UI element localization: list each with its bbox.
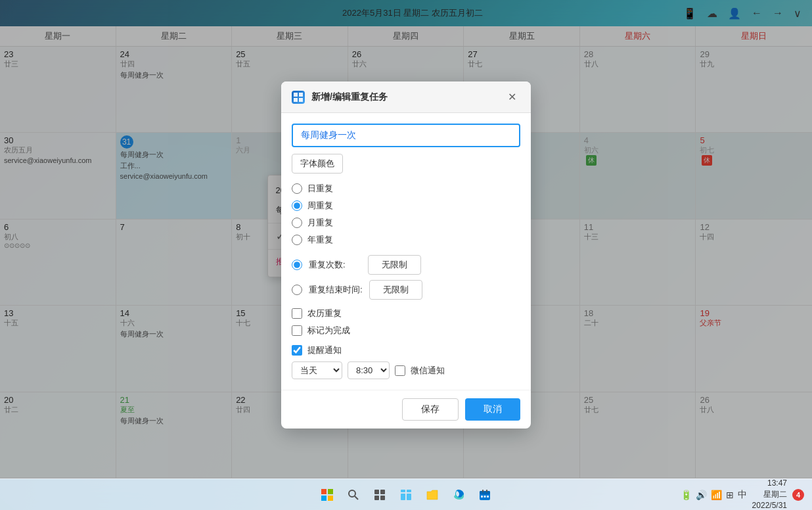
calendar-app-button[interactable]	[473, 483, 497, 507]
svg-rect-20	[482, 490, 484, 492]
reminder-controls-row: 当天 前一天 8:30 9:00 微信通知	[292, 361, 520, 379]
wechat-notify-checkbox[interactable]	[395, 365, 405, 376]
repeat-count-label: 重复次数:	[309, 259, 361, 271]
lunar-repeat-checkbox[interactable]	[292, 308, 302, 319]
lunar-repeat-row: 农历重复	[292, 308, 520, 319]
repeat-monthly-radio[interactable]	[292, 218, 302, 228]
svg-rect-22	[481, 496, 483, 498]
repeat-weekly-label: 周重复	[307, 200, 333, 212]
repeat-yearly-row: 年重复	[292, 234, 520, 246]
remind-day-select[interactable]: 当天 前一天	[292, 361, 342, 379]
svg-rect-17	[407, 494, 411, 500]
repeat-monthly-label: 月重复	[307, 217, 333, 229]
modal-title: 新增/编辑重复任务	[311, 91, 497, 103]
clock-time: 13:47	[752, 478, 787, 489]
wechat-label: 微信通知	[411, 365, 445, 377]
action-center-icon[interactable]: ⊞	[726, 490, 734, 500]
svg-rect-16	[401, 494, 405, 500]
modal-header: 新增/编辑重复任务 ✕	[281, 81, 531, 113]
notification-badge[interactable]: 4	[792, 489, 804, 501]
remind-time-select[interactable]: 8:30 9:00	[348, 361, 390, 379]
svg-rect-23	[484, 496, 486, 498]
task-name-input[interactable]	[292, 124, 520, 147]
svg-rect-5	[328, 489, 333, 494]
repeat-yearly-radio[interactable]	[292, 235, 302, 245]
widgets-button[interactable]	[394, 483, 418, 507]
repeat-weekly-radio[interactable]	[292, 200, 302, 211]
remind-checkbox[interactable]	[292, 345, 302, 356]
repeat-daily-row: 日重复	[292, 183, 520, 195]
modal-footer: 保存 取消	[281, 390, 531, 429]
ime-label[interactable]: 中	[738, 489, 747, 501]
start-button[interactable]	[315, 483, 339, 507]
svg-rect-14	[401, 490, 405, 492]
mark-complete-row: 标记为完成	[292, 325, 520, 336]
repeat-daily-label: 日重复	[307, 183, 333, 195]
modal-body: 字体颜色 日重复 周重复 月重复 年重复	[281, 113, 531, 390]
svg-rect-1	[299, 93, 303, 97]
modal-close-button[interactable]: ✕	[504, 89, 520, 104]
remind-label: 提醒通知	[307, 344, 342, 356]
repeat-end-row: 重复结束时间: 无限制	[292, 280, 520, 300]
repeat-daily-radio[interactable]	[292, 183, 302, 194]
repeat-count-row: 重复次数: 无限制	[292, 255, 520, 275]
svg-rect-7	[328, 496, 333, 501]
search-button[interactable]	[342, 483, 365, 507]
clock-date: 2022/5/31	[752, 500, 787, 510]
battery-icon: 🔋	[681, 490, 692, 500]
repeat-count-radio[interactable]	[292, 260, 302, 270]
taskbar: 🔋 🔊 📶 ⊞ 中 13:47 星期二 2022/5/31 4	[0, 478, 812, 510]
mark-complete-checkbox[interactable]	[292, 325, 302, 336]
taskbar-clock[interactable]: 13:47 星期二 2022/5/31	[752, 478, 787, 510]
svg-rect-10	[374, 490, 379, 494]
taskbar-center	[315, 483, 497, 507]
repeat-end-label: 重复结束时间:	[309, 284, 363, 296]
svg-rect-3	[299, 98, 303, 102]
save-button[interactable]: 保存	[402, 398, 459, 421]
modal-dialog: 新增/编辑重复任务 ✕ 字体颜色 日重复 周重复	[281, 81, 531, 429]
svg-rect-19	[480, 491, 490, 494]
svg-rect-13	[380, 496, 385, 500]
svg-rect-2	[294, 98, 298, 102]
cancel-button[interactable]: 取消	[465, 398, 520, 421]
lunar-repeat-label: 农历重复	[307, 308, 342, 319]
svg-rect-6	[321, 496, 327, 501]
repeat-count-button[interactable]: 无限制	[368, 255, 421, 275]
svg-rect-24	[487, 496, 489, 498]
clock-weekday: 星期二	[752, 489, 787, 500]
checkbox-section: 农历重复 标记为完成 提醒通知 当天 前一天	[292, 308, 520, 379]
taskbar-right: 🔋 🔊 📶 ⊞ 中 13:47 星期二 2022/5/31 4	[681, 478, 804, 510]
reminder-section: 提醒通知 当天 前一天 8:30 9:00 微信通知	[292, 344, 520, 379]
repeat-end-radio[interactable]	[292, 285, 302, 295]
svg-rect-11	[380, 490, 385, 494]
mark-complete-label: 标记为完成	[307, 325, 350, 336]
modal-overlay: 新增/编辑重复任务 ✕ 字体颜色 日重复 周重复	[0, 0, 812, 510]
svg-rect-21	[486, 490, 487, 492]
network-icon[interactable]: 📶	[711, 490, 722, 500]
remind-row: 提醒通知	[292, 344, 520, 356]
repeat-end-button[interactable]: 无限制	[369, 280, 422, 300]
svg-point-8	[349, 490, 355, 497]
edge-button[interactable]	[447, 483, 470, 507]
task-view-button[interactable]	[368, 483, 392, 507]
files-button[interactable]	[420, 483, 444, 507]
svg-line-9	[355, 496, 358, 499]
repeat-monthly-row: 月重复	[292, 217, 520, 229]
sys-tray: 🔋 🔊 📶 ⊞ 中	[681, 489, 747, 501]
svg-rect-4	[321, 489, 327, 494]
font-color-button[interactable]: 字体颜色	[292, 154, 343, 174]
volume-icon[interactable]: 🔊	[696, 490, 707, 500]
repeat-yearly-label: 年重复	[307, 234, 333, 246]
repeat-count-section: 重复次数: 无限制 重复结束时间: 无限制	[292, 255, 520, 300]
modal-app-icon	[292, 91, 305, 104]
svg-rect-0	[294, 93, 298, 97]
repeat-options: 日重复 周重复 月重复 年重复	[292, 183, 520, 246]
svg-rect-12	[374, 496, 379, 500]
svg-rect-15	[407, 490, 411, 492]
repeat-weekly-row: 周重复	[292, 200, 520, 212]
